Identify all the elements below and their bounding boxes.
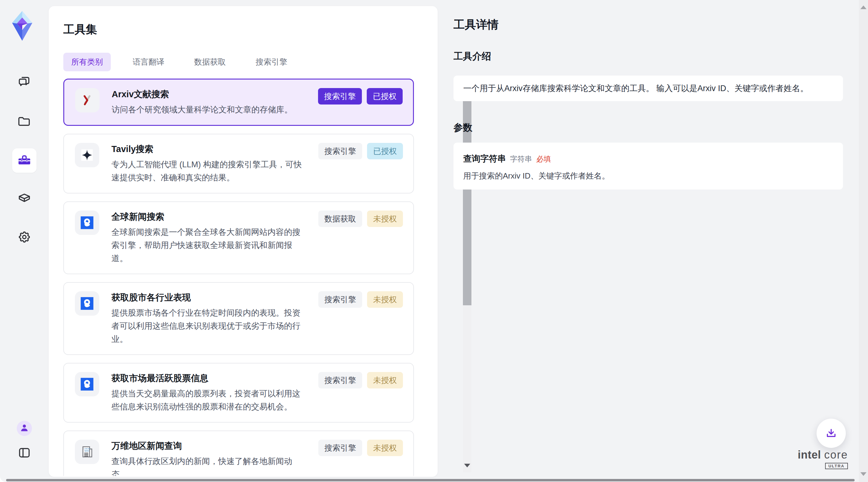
gear-icon xyxy=(18,230,31,245)
param-description: 用于搜索的Arxiv ID、关键字或作者姓名。 xyxy=(463,171,833,181)
intro-text: 一个用于从Arxiv存储库搜索科学论文和文章的工具。 输入可以是Arxiv ID… xyxy=(463,83,808,94)
api-icon xyxy=(75,291,99,316)
tool-name: Tavily搜索 xyxy=(112,143,302,155)
tool-name: 全球新闻搜索 xyxy=(112,210,302,223)
tool-category-badge: 数据获取 xyxy=(318,210,362,227)
tool-description: 访问各个研究领域大量科学论文和文章的存储库。 xyxy=(112,103,303,116)
newspaper-icon: LOCALNEW xyxy=(75,440,99,464)
tool-description: 查询具体行政区划内的新闻，快速了解各地新闻动态。 xyxy=(112,455,302,476)
user-avatar[interactable] xyxy=(17,421,32,436)
svg-text:NEW: NEW xyxy=(84,450,89,452)
tab-0[interactable]: 所有类别 xyxy=(63,53,111,71)
page-horizontal-scrollbar-thumb[interactable] xyxy=(6,479,855,481)
tool-category-badge: 搜索引擎 xyxy=(318,372,362,389)
tool-auth-badge[interactable]: 已授权 xyxy=(367,143,403,159)
sidebar-item-settings[interactable] xyxy=(18,231,31,244)
tool-card-5[interactable]: LOCALNEW 万维地区新闻查询 查询具体行政区划内的新闻，快速了解各地新闻动… xyxy=(63,430,414,476)
app-logo-icon xyxy=(9,10,35,42)
parameter-card: 查询字符串 字符串 必填 用于搜索的Arxiv ID、关键字或作者姓名。 xyxy=(454,143,843,190)
tool-auth-badge[interactable]: 未授权 xyxy=(367,291,403,308)
intro-heading: 工具介绍 xyxy=(454,50,491,63)
category-tabs: 所有类别语言翻译数据获取搜索引擎 xyxy=(63,53,295,71)
tool-card-0[interactable]: Arxiv文献搜索 访问各个研究领域大量科学论文和文章的存储库。 搜索引擎 已授… xyxy=(63,79,414,126)
page-scroll-up-arrow[interactable] xyxy=(860,5,866,9)
tool-auth-badge[interactable]: 已授权 xyxy=(367,88,403,105)
api-icon xyxy=(75,210,99,235)
tool-name: 获取股市各行业表现 xyxy=(112,291,302,304)
tool-description: 专为人工智能代理 (LLM) 构建的搜索引擎工具，可快速提供实时、准确和真实的结… xyxy=(112,158,302,184)
tavily-icon xyxy=(75,143,99,167)
tool-auth-badge[interactable]: 未授权 xyxy=(367,372,403,389)
tool-list: Arxiv文献搜索 访问各个研究领域大量科学论文和文章的存储库。 搜索引擎 已授… xyxy=(63,79,414,476)
tool-category-badge: 搜索引擎 xyxy=(318,440,362,456)
tool-card-4[interactable]: 获取市场最活跃股票信息 提供当天交易量最高的股票列表，投资者可以利用这些信息来识… xyxy=(63,363,414,423)
tool-auth-badge[interactable]: 未授权 xyxy=(367,440,403,456)
tool-card-1[interactable]: Tavily搜索 专为人工智能代理 (LLM) 构建的搜索引擎工具，可快速提供实… xyxy=(63,134,414,194)
param-name: 查询字符串 xyxy=(463,153,506,165)
tool-name: 获取市场最活跃股票信息 xyxy=(112,372,302,384)
intel-core-ultra-logo: intel core ULTRA xyxy=(791,449,848,469)
tool-name: 万维地区新闻查询 xyxy=(112,440,302,452)
tool-name: Arxiv文献搜索 xyxy=(112,88,303,100)
page-scroll-down-arrow[interactable] xyxy=(860,472,866,476)
sidebar-collapse-button[interactable] xyxy=(18,447,31,460)
tool-category-badge: 搜索引擎 xyxy=(318,143,362,159)
details-title: 工具详情 xyxy=(454,17,498,32)
tool-description: 全球新闻搜索是一个聚合全球各大新闻网站内容的搜索引擎，帮助用户快速获取全球最新资… xyxy=(112,226,302,265)
sidebar xyxy=(0,0,49,482)
tab-3[interactable]: 搜索引擎 xyxy=(248,53,295,71)
person-icon xyxy=(19,423,30,434)
tool-category-badge: 搜索引擎 xyxy=(318,88,362,105)
tab-2[interactable]: 数据获取 xyxy=(186,53,234,71)
params-heading: 参数 xyxy=(454,121,472,134)
app-window: 工具集 所有类别语言翻译数据获取搜索引擎 Arxiv文献搜索 访问各个研究领域大… xyxy=(0,0,868,482)
tab-1[interactable]: 语言翻译 xyxy=(125,53,172,71)
page-vertical-scrollbar[interactable] xyxy=(859,0,868,482)
sidebar-item-tools-active[interactable] xyxy=(12,148,36,173)
cube-icon xyxy=(18,192,31,206)
list-scroll-down-arrow[interactable] xyxy=(464,464,470,467)
tool-auth-badge[interactable]: 未授权 xyxy=(367,210,403,227)
sidebar-item-chat[interactable] xyxy=(18,75,31,89)
sidebar-item-files[interactable] xyxy=(18,115,31,128)
download-button[interactable] xyxy=(816,419,846,448)
chat-icon xyxy=(18,75,31,89)
toolbox-icon xyxy=(17,153,31,168)
intel-wordmark: intel xyxy=(798,449,821,461)
intro-card: 一个用于从Arxiv存储库搜索科学论文和文章的工具。 输入可以是Arxiv ID… xyxy=(454,76,843,101)
tool-card-2[interactable]: 全球新闻搜索 全球新闻搜索是一个聚合全球各大新闻网站内容的搜索引擎，帮助用户快速… xyxy=(63,201,414,274)
sidebar-item-models[interactable] xyxy=(18,192,31,206)
panel-toggle-icon xyxy=(18,446,31,461)
api-icon xyxy=(75,372,99,396)
download-icon xyxy=(824,426,838,441)
arxiv-icon xyxy=(75,88,99,112)
tool-category-badge: 搜索引擎 xyxy=(318,291,362,308)
ultra-badge: ULTRA xyxy=(825,463,848,469)
page-title: 工具集 xyxy=(63,22,97,37)
param-type: 字符串 xyxy=(510,154,532,164)
param-required-label: 必填 xyxy=(536,154,551,164)
tool-card-3[interactable]: 获取股市各行业表现 提供股票市场各个行业在特定时间段内的表现。投资者可以利用这些… xyxy=(63,282,414,355)
tool-description: 提供当天交易量最高的股票列表，投资者可以利用这些信息来识别流动性强的股票和潜在的… xyxy=(112,387,302,414)
core-wordmark: core xyxy=(824,449,848,461)
toolset-panel: 工具集 所有类别语言翻译数据获取搜索引擎 Arxiv文献搜索 访问各个研究领域大… xyxy=(49,6,438,477)
tool-description: 提供股票市场各个行业在特定时间段内的表现。投资者可以利用这些信息来识别表现优于或… xyxy=(112,307,302,346)
folder-icon xyxy=(18,114,31,129)
